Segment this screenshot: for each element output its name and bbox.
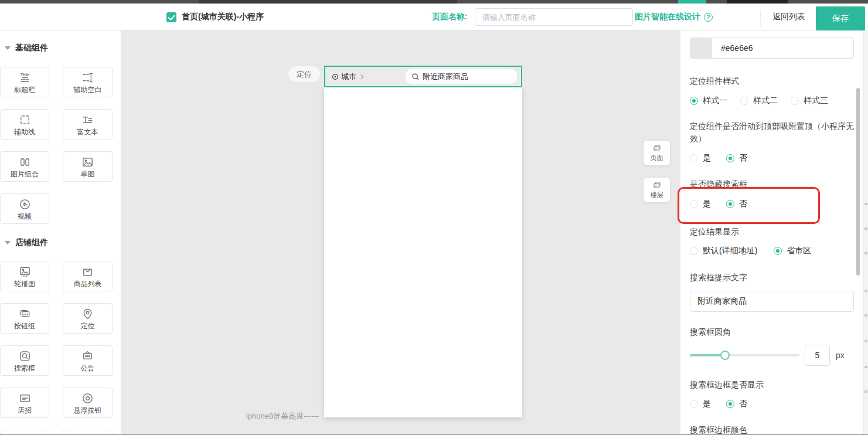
panel-scrollbar[interactable] (856, 88, 860, 276)
radio-style-1[interactable]: 样式一 (690, 96, 727, 106)
screen-height-note: iphone8屏幕高度------ (246, 411, 319, 422)
video-icon (18, 198, 32, 211)
radio-style-2[interactable]: 样式二 (740, 96, 778, 106)
radio-hide-no[interactable]: 否 (726, 199, 747, 209)
settings-panel: #e6e6e6 定位组件样式 样式一 样式二 样式三 定位组件是否滑动到顶部吸附… (680, 30, 863, 435)
sticky-group-label: 定位组件是否滑动到顶部吸附置顶（小程序无效） (690, 120, 854, 145)
collapse-arrow-icon (5, 241, 11, 244)
sticky-radio-group: 是 否 (690, 153, 853, 164)
floors-button[interactable]: 楼层 (644, 178, 670, 202)
page-title-group: 首页(城市关联)-小程序 (166, 4, 264, 30)
component-card-video[interactable]: 视频 (0, 193, 49, 224)
style-radio-group: 样式一 样式二 样式三 (690, 96, 853, 106)
city-target-icon (331, 73, 339, 81)
top-toolbar: 首页(城市关联)-小程序 页面名称: 图片智能在线设计 ? 返回列表 保存 (0, 4, 868, 30)
basic-components-grid: Title 标题栏 辅助空白 辅助线 富文本 图片组合 单图 (0, 67, 121, 224)
city-selector[interactable]: 城市 (331, 72, 363, 82)
component-card-search-box[interactable]: 搜索框 (0, 345, 49, 376)
location-component-preview[interactable]: 城市 附近商家商品 (324, 66, 522, 87)
radio-sticky-no[interactable]: 否 (726, 153, 747, 164)
back-to-list-button[interactable]: 返回列表 (765, 4, 812, 30)
page-name-label: 页面名称: (432, 12, 468, 22)
strip-segment-teal (678, 0, 706, 4)
component-card-carousel[interactable]: 轮播图 (0, 261, 49, 291)
hide-search-radio-group: 是 否 (690, 199, 853, 209)
radio-border-yes[interactable]: 是 (690, 399, 711, 409)
search-hint-input[interactable] (690, 291, 854, 312)
floating-button-icon (81, 392, 94, 405)
phone-canvas[interactable] (324, 87, 522, 417)
radio-style-3[interactable]: 样式三 (791, 96, 828, 106)
radio-hide-yes[interactable]: 是 (690, 199, 711, 209)
radius-label: 搜索框圆角 (690, 326, 853, 338)
chevron-right-icon (359, 74, 363, 79)
component-card-rich-text[interactable]: 富文本 (63, 109, 113, 140)
notice-icon (81, 349, 94, 363)
hide-search-label: 是否隐藏搜索框 (690, 178, 853, 191)
page-builder-app: 首页(城市关联)-小程序 页面名称: 图片智能在线设计 ? 返回列表 保存 基础… (0, 0, 868, 435)
radius-slider-row: px (690, 345, 854, 366)
component-card-blank-spacer[interactable]: 辅助空白 (63, 67, 113, 97)
preview-search-box[interactable]: 附近商家商品 (406, 69, 517, 84)
blank-spacer-icon (81, 71, 94, 84)
header-divider (760, 11, 761, 26)
color-swatch[interactable] (690, 38, 712, 59)
carousel-icon (18, 265, 32, 278)
page-name-input[interactable] (475, 8, 633, 26)
pages-button[interactable]: 页面 (644, 141, 670, 165)
smart-design-link[interactable]: 图片智能在线设计 ? (635, 4, 713, 30)
radius-unit: px (836, 351, 845, 360)
page-checkbox[interactable] (166, 12, 176, 22)
help-icon[interactable]: ? (704, 13, 713, 22)
svg-text:BTN: BTN (23, 313, 28, 316)
pages-icon (652, 144, 662, 153)
floors-icon (652, 181, 662, 190)
border-show-radio-group: 是 否 (690, 399, 853, 409)
page-bg-color-field[interactable]: #e6e6e6 (690, 38, 854, 59)
radio-result-region[interactable]: 省市区 (774, 246, 811, 256)
search-hint-label: 搜索框提示文字 (690, 271, 853, 284)
radius-slider[interactable] (690, 351, 799, 360)
radio-result-default[interactable]: 默认(详细地址) (690, 246, 757, 256)
image-group-icon (18, 155, 32, 169)
radius-number-input[interactable] (805, 345, 830, 366)
magnifier-icon (411, 73, 420, 81)
guide-line-icon (18, 113, 32, 127)
style-group-label: 定位组件样式 (690, 75, 853, 87)
product-list-icon (81, 265, 94, 278)
svg-text:Title: Title (20, 72, 29, 77)
component-card-guide-line[interactable]: 辅助线 (0, 109, 49, 140)
component-card-single-image[interactable]: 单图 (63, 151, 113, 182)
component-card-button-group[interactable]: BTN 按钮组 (0, 303, 49, 334)
component-card-floating-button[interactable]: 悬浮按钮 (63, 388, 113, 418)
result-group-label: 定位结果显示 (690, 226, 853, 238)
result-radio-group: 默认(详细地址) 省市区 (690, 246, 853, 256)
section-shop-components[interactable]: 店铺组件 (5, 238, 121, 247)
collapse-arrow-icon (5, 46, 11, 50)
shop-components-grid: 轮播图 商品列表 BTN 按钮组 定位 搜索框 公告 (0, 261, 121, 435)
component-card-notice[interactable]: 公告 (63, 345, 113, 376)
component-card-location[interactable]: 定位 (63, 303, 113, 334)
component-card-image-group[interactable]: 图片组合 (0, 151, 49, 182)
component-card-title-bar[interactable]: Title 标题栏 (0, 67, 49, 97)
section-basic-components[interactable]: 基础组件 (5, 43, 121, 53)
browser-top-strip (0, 0, 868, 4)
selected-component-tag: 定位 (288, 66, 320, 82)
component-card-product-list[interactable]: 商品列表 (63, 261, 113, 291)
title-bar-icon: Title (18, 71, 32, 84)
button-group-icon: BTN (18, 307, 32, 321)
page-title: 首页(城市关联)-小程序 (182, 12, 264, 22)
rich-text-icon (81, 113, 94, 127)
storefront-icon (18, 392, 32, 405)
component-sidebar: 基础组件 Title 标题栏 辅助空白 辅助线 富文本 图片组合 (0, 30, 121, 435)
strip-segment-dark (727, 0, 788, 4)
save-button[interactable]: 保存 (816, 6, 865, 30)
radio-border-no[interactable]: 否 (726, 399, 747, 409)
radio-sticky-yes[interactable]: 是 (690, 153, 711, 164)
component-card-storefront[interactable]: 店招 (0, 388, 49, 418)
single-image-icon (81, 155, 94, 169)
slider-handle[interactable] (720, 351, 730, 360)
border-show-label: 搜索框边框是否显示 (690, 379, 853, 391)
page-name-group: 页面名称: (432, 4, 633, 30)
location-pin-icon (81, 307, 94, 321)
